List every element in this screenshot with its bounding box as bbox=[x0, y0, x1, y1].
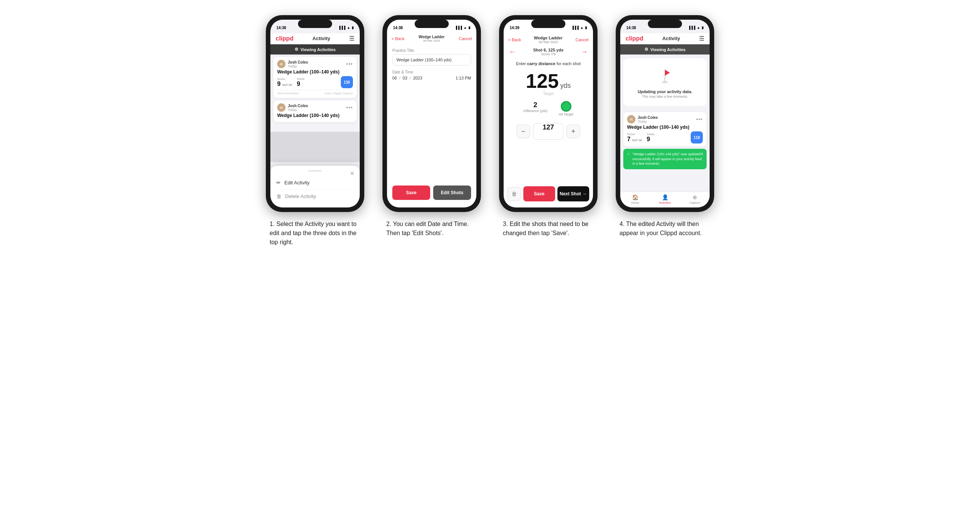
date-sep-1: / bbox=[399, 76, 400, 80]
dimmed-overlay-1 bbox=[270, 132, 360, 162]
svg-marker-1 bbox=[665, 70, 670, 76]
time-1: 14:38 bbox=[277, 26, 286, 30]
difference-label: Difference (yds) bbox=[523, 109, 547, 113]
footer-left-1: Test Information bbox=[277, 92, 299, 95]
activity-title-1: Wedge Ladder (100–140 yds) bbox=[277, 69, 353, 75]
nav-title-4: Activity bbox=[662, 36, 680, 41]
toast-close-btn[interactable]: ✕ bbox=[700, 151, 703, 157]
shots-label-1: Shots bbox=[297, 77, 304, 81]
wifi-icon-4: ▲ bbox=[697, 26, 700, 30]
battery-icon-3: ▮ bbox=[585, 26, 587, 30]
practice-title-input[interactable]: Wedge Ladder (100–140 yds) bbox=[392, 54, 471, 65]
check-icon: ✓ bbox=[627, 152, 630, 157]
bottom-sheet-1: ✕ ✏ Edit Activity 🗑 Delete Activity bbox=[270, 166, 360, 208]
shot-arrows: ← Shot 6, 125 yds Score 7/9 → bbox=[504, 46, 593, 57]
shot-title-3: Wedge Ladder bbox=[534, 36, 563, 40]
activity-card-2[interactable]: JC Josh Coles Today ••• Wedge Ladder (10… bbox=[274, 100, 357, 122]
time-field-2[interactable]: 1:13 PM bbox=[455, 76, 471, 80]
back-btn-3[interactable]: < Back bbox=[508, 38, 521, 42]
wifi-icon: ▲ bbox=[347, 26, 350, 30]
status-icons-2: ▐▐▐ ▲ ▮ bbox=[455, 26, 470, 30]
cancel-btn-3[interactable]: Cancel bbox=[576, 38, 589, 42]
activity-card-1[interactable]: JC Josh Coles Today ••• Wedge Ladder (10… bbox=[274, 57, 357, 98]
caption-4: 4. The edited Activity will then appear … bbox=[619, 220, 710, 238]
shot-body-3: Enter carry distance for each shot 125 y… bbox=[504, 57, 593, 183]
difference-value: 2 bbox=[523, 101, 547, 109]
phone-1: 14:38 ▐▐▐ ▲ ▮ clippd Activity ☰ ⚙ View bbox=[266, 15, 364, 212]
card-header-4: JC Josh Coles Today ••• bbox=[627, 115, 703, 124]
date-month[interactable]: 03 bbox=[402, 76, 407, 80]
date-year[interactable]: 2023 bbox=[413, 76, 422, 80]
edit-shots-btn[interactable]: Edit Shots bbox=[433, 186, 471, 200]
phone-2: 14:38 ▐▐▐ ▲ ▮ < Back Wedge Ladder 06 Mar… bbox=[382, 15, 481, 212]
three-dots-1[interactable]: ••• bbox=[346, 61, 353, 67]
score-label-4: Score bbox=[627, 132, 642, 136]
delete-activity-item[interactable]: 🗑 Delete Activity bbox=[277, 190, 354, 203]
footer-right-1: Data: Clippd Capture bbox=[325, 92, 353, 95]
user-date-2: Today bbox=[288, 108, 308, 112]
next-shot-arrow-btn[interactable]: → bbox=[581, 48, 588, 56]
shots-group-4: Shots 9 bbox=[647, 132, 654, 143]
input-row-3: − 127 + bbox=[509, 123, 588, 140]
prev-shot-btn[interactable]: ← bbox=[509, 48, 516, 56]
viewing-banner-4: ⚙ Viewing Activities bbox=[620, 44, 710, 54]
phone-3-screen: 14:39 ▐▐▐ ▲ ▮ < Back Wedge Ladder 06 Mar… bbox=[504, 20, 593, 208]
status-icons-3: ▐▐▐ ▲ ▮ bbox=[571, 26, 587, 30]
filter-icon-4: ⚙ bbox=[644, 47, 648, 52]
tab-capture[interactable]: ⊕ Capture bbox=[680, 194, 710, 205]
form-content-2: Practice Title Wedge Ladder (100–140 yds… bbox=[387, 44, 476, 89]
hamburger-1[interactable]: ☰ bbox=[349, 35, 355, 42]
stats-row-1: Score 9 OUT OF Shots 9 130 bbox=[277, 76, 353, 88]
hit-target-metric: Hit Target bbox=[559, 101, 573, 116]
tab-activities-label: Activities bbox=[659, 201, 671, 205]
delete-shot-btn[interactable]: 🗑 bbox=[508, 187, 521, 201]
hamburger-4[interactable]: ☰ bbox=[699, 35, 704, 42]
user-details-1: Josh Coles Today bbox=[288, 60, 308, 68]
user-info-1: JC Josh Coles Today bbox=[277, 60, 308, 68]
phone-4-container: 14:38 ▐▐▐ ▲ ▮ clippd Activity ☰ ⚙ View bbox=[612, 15, 718, 238]
avatar-4: JC bbox=[627, 115, 635, 124]
updating-title: Updating your activity data. bbox=[638, 89, 692, 94]
viewing-label-1: Viewing Activities bbox=[301, 47, 336, 52]
carry-instruction: Enter carry distance for each shot bbox=[516, 61, 581, 66]
form-buttons-2: Save Edit Shots bbox=[392, 186, 471, 200]
back-btn-2[interactable]: < Back bbox=[391, 37, 404, 41]
edit-activity-item[interactable]: ✏ Edit Activity bbox=[277, 176, 354, 190]
activity-card-4[interactable]: JC Josh Coles Today ••• Wedge Ladder (10… bbox=[623, 112, 706, 146]
decrement-btn[interactable]: − bbox=[517, 125, 530, 138]
toast-text: "Wedge Ladder (100–140 yds)" was updated… bbox=[632, 152, 703, 166]
date-day[interactable]: 06 bbox=[392, 76, 397, 80]
save-btn-2[interactable]: Save bbox=[392, 186, 430, 200]
score-group-4: Score 7 OUT OF bbox=[627, 132, 642, 143]
shots-group-1: Shots 9 bbox=[297, 77, 304, 87]
three-dots-2[interactable]: ••• bbox=[346, 105, 353, 111]
big-yardage: 125 yds bbox=[526, 71, 571, 91]
phone-2-screen: 14:38 ▐▐▐ ▲ ▮ < Back Wedge Ladder 06 Mar… bbox=[387, 20, 476, 208]
user-details-2: Josh Coles Today bbox=[288, 104, 308, 112]
next-shot-btn[interactable]: Next Shot → bbox=[557, 186, 589, 202]
edit-icon: ✏ bbox=[277, 180, 281, 186]
capture-icon: ⊕ bbox=[693, 194, 697, 200]
save-shot-btn[interactable]: Save bbox=[523, 186, 555, 202]
stats-row-4: Score 7 OUT OF Shots 9 118 bbox=[627, 132, 703, 143]
sheet-handle-1 bbox=[308, 170, 322, 171]
tab-activities[interactable]: 👤 Activities bbox=[650, 194, 680, 205]
battery-icon: ▮ bbox=[352, 26, 354, 30]
updating-box: Updating your activity data. This may ta… bbox=[623, 58, 706, 106]
dynamic-island-2 bbox=[415, 20, 449, 28]
shot-footer-3: 🗑 Save Next Shot → bbox=[504, 183, 593, 208]
signal-icon-4: ▐▐▐ bbox=[688, 26, 695, 30]
dynamic-island-3 bbox=[531, 20, 565, 28]
phone-3-container: 14:39 ▐▐▐ ▲ ▮ < Back Wedge Ladder 06 Mar… bbox=[495, 15, 601, 238]
shot-input[interactable]: 127 bbox=[533, 123, 563, 140]
caption-2: 2. You can edit Date and Time. Then tap … bbox=[386, 220, 477, 238]
cancel-btn-2[interactable]: Cancel bbox=[459, 37, 472, 41]
three-dots-4[interactable]: ••• bbox=[696, 116, 703, 122]
increment-btn[interactable]: + bbox=[566, 125, 580, 138]
date-sep-2: / bbox=[410, 76, 411, 80]
tab-home[interactable]: 🏠 Home bbox=[620, 194, 650, 205]
card-footer-1: Test Information Data: Clippd Capture bbox=[277, 90, 353, 95]
sheet-close-btn[interactable]: ✕ bbox=[350, 170, 355, 176]
nav-title-1: Activity bbox=[312, 36, 330, 41]
score-group-1: Score 9 OUT OF bbox=[277, 77, 292, 87]
